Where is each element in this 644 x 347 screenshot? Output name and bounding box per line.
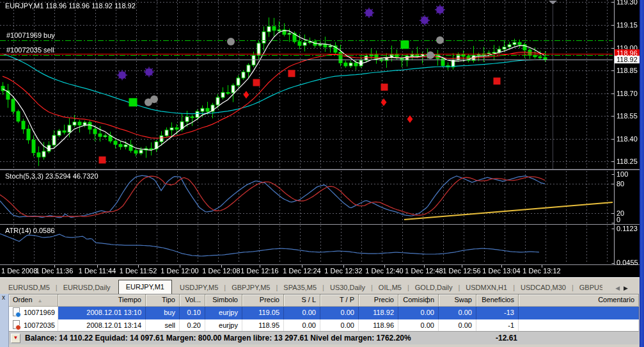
account-status-bar: ▼ Balance: 14 110.22 Equidad: 14 097.61 …: [9, 331, 639, 344]
time-axis-label: 1 Dec 13:04: [482, 267, 520, 275]
history-arrow-icon[interactable]: ▼: [11, 334, 20, 343]
stoch-scale-label: 100: [617, 170, 628, 178]
chart-canvas[interactable]: [0, 0, 644, 277]
cell-tipo: sell: [146, 319, 180, 332]
column-header-precio[interactable]: Precio: [242, 295, 284, 306]
cell-swap: 0.00: [439, 307, 476, 319]
buy-order-line-label[interactable]: #10071969 buy: [6, 31, 55, 39]
orders-table-header: Orden▵TiempoTipoVol...SimboloPrecioS / L…: [9, 295, 639, 307]
cell-vol-: 0.20: [180, 319, 205, 332]
time-axis-label: 1 Dec 12:32: [324, 267, 362, 275]
stoch-scale-label: 0: [617, 216, 620, 223]
tab-scroll-arrows: ◀▶: [615, 285, 632, 291]
cell-simbolo: eurjpy: [205, 319, 242, 332]
time-axis-label: 1 Dec 12:56: [443, 267, 480, 275]
cell-beneficios: -1: [476, 319, 519, 332]
cell-precio: 118.95: [242, 319, 284, 332]
tab-eurjpy-m1[interactable]: EURJPY,M1: [118, 280, 172, 295]
atr-scale-label: 0.1123: [617, 225, 638, 232]
price-tick-label: 118.40: [617, 135, 638, 143]
order-row[interactable]: 100720352008.12.01 13:14sell0.20eurjpy11…: [9, 319, 639, 332]
terminal-close-button[interactable]: x: [2, 294, 5, 301]
cell-precio: 118.92: [359, 307, 398, 319]
time-axis-label: 1 Dec 2008: [1, 267, 37, 275]
terminal-side-strip: x: [0, 294, 9, 347]
cell-t-p: 0.00: [320, 307, 359, 319]
column-header-tipo[interactable]: Tipo: [146, 295, 180, 306]
time-axis-label: 1 Dec 13:12: [522, 267, 560, 275]
cell-orden: 10072035: [9, 319, 58, 332]
time-axis-label: 1 Dec 11:52: [120, 267, 157, 275]
stochastic-indicator-label: Stoch(5,3,3) 23.5294 46.7320: [5, 172, 98, 180]
tab-usdmxn-h1[interactable]: USDMXN,H1: [460, 281, 513, 295]
price-tick-label: 118.85: [617, 67, 638, 74]
cell-tipo: buy: [146, 307, 180, 319]
atr-scale-label: 0.0455: [617, 259, 638, 266]
cell-s-l: 0.00: [284, 319, 320, 332]
chart-tab-bar: EURUSD,M5|EURUSD,DailyEURJPY,M1USDJPY,M5…: [0, 277, 640, 295]
cell-simbolo: eurjpy: [205, 307, 242, 319]
column-header-comentario[interactable]: Comentario: [519, 295, 639, 306]
cell-swap: 0.00: [439, 319, 476, 332]
price-tick-label: 119.30: [617, 0, 638, 6]
order-doc-icon: [13, 307, 20, 316]
sell-order-line-label[interactable]: #10072035 sell: [6, 46, 54, 54]
time-axis-label: 1 Dec 12:24: [283, 267, 320, 275]
atr-indicator-label: ATR(14) 0.0586: [5, 227, 54, 234]
price-tick-label: 118.55: [617, 112, 638, 120]
tab-gold-daily[interactable]: GOLD,Daily: [409, 281, 459, 295]
time-axis-label: 1 Dec 11:36: [36, 267, 74, 275]
column-header-comisi-n[interactable]: Comisiфn: [398, 295, 439, 306]
tab-oil-m5[interactable]: OIL,M5: [373, 281, 407, 295]
tab-usdcad-m30[interactable]: USDCAD,M30: [515, 281, 572, 295]
tab-usdjpy-m5[interactable]: USDJPY,M5: [174, 281, 224, 295]
column-header-t-p[interactable]: T / P: [320, 295, 359, 306]
price-tick-label: 118.25: [617, 157, 638, 165]
stoch-scale-label: 80: [617, 180, 624, 188]
column-header-tiempo[interactable]: Tiempo: [58, 295, 146, 306]
time-axis-label: 1 Dec 12:08: [202, 267, 240, 275]
cell-comisi-n: 0.00: [398, 319, 439, 332]
terminal-panel: x Orden▵TiempoTipoVol...SimboloPrecioS /…: [0, 294, 640, 347]
cell-comentario: [519, 319, 639, 332]
column-header-orden[interactable]: Orden▵: [9, 295, 58, 306]
account-summary-text: Balance: 14 110.22 Equidad: 14 097.61 Ma…: [25, 334, 411, 343]
column-header-precio[interactable]: Precio: [359, 295, 398, 306]
tab-scroll-right-icon[interactable]: ▶: [624, 285, 632, 291]
time-axis-label: 1 Dec 12:40: [365, 267, 403, 275]
column-header-vol-[interactable]: Vol...: [180, 295, 205, 306]
tab-eurusd-daily[interactable]: EURUSD,Daily: [58, 281, 116, 295]
cell-comisi-n: 0.00: [398, 307, 439, 319]
column-header-swap[interactable]: Swap: [439, 295, 476, 306]
cell-precio: 119.05: [242, 307, 284, 319]
mt4-window: EURJPY,M1 118.96 118.96 118.92 118.92 #1…: [0, 0, 644, 347]
cell-s-l: 0.00: [284, 307, 320, 319]
cell-vol-: 0.10: [180, 307, 205, 319]
cell-precio: 118.96: [359, 319, 398, 332]
time-axis-label: 1 Dec 11:44: [79, 267, 116, 275]
order-row[interactable]: 100719692008.12.01 13:10buy0.10eurjpy119…: [9, 307, 639, 319]
sort-asc-icon: ▵: [39, 298, 42, 303]
column-header-simbolo[interactable]: Simbolo: [205, 295, 242, 306]
order-doc-icon: [13, 320, 20, 329]
time-axis-label: 1 Dec 12:48: [405, 267, 443, 275]
cell-tiempo: 2008.12.01 13:10: [58, 307, 146, 319]
tab-gbpjpy-m5[interactable]: GBPJPY,M5: [226, 281, 276, 295]
chart-title: EURJPY,M1 118.96 118.96 118.92 118.92: [5, 2, 136, 10]
cell-tiempo: 2008.12.01 13:14: [58, 319, 146, 332]
cell-beneficios: -13: [476, 307, 519, 319]
chart-tabs: EURUSD,M5|EURUSD,DailyEURJPY,M1USDJPY,M5…: [0, 278, 602, 295]
cell-comentario: [519, 307, 639, 319]
tab-us30-daily[interactable]: US30,Daily: [324, 281, 371, 295]
tab-spa35-m5[interactable]: SPA35,M5: [278, 281, 322, 295]
tab-scroll-left-icon[interactable]: ◀: [615, 285, 624, 291]
column-header-s-l[interactable]: S / L: [284, 295, 320, 306]
tab-eurusd-m5[interactable]: EURUSD,M5: [3, 281, 56, 295]
bid-price-box: 118.92: [615, 56, 641, 63]
tab-gbpusd-m30[interactable]: GBPUSD,M30: [574, 281, 602, 295]
total-profit-value: -12.61: [479, 334, 517, 343]
cell-orden: 10071969: [9, 307, 58, 319]
price-tick-label: 119.15: [617, 21, 638, 29]
orders-table-rows: 100719692008.12.01 13:10buy0.10eurjpy119…: [9, 307, 639, 332]
column-header-beneficios[interactable]: Beneficios: [476, 295, 519, 306]
